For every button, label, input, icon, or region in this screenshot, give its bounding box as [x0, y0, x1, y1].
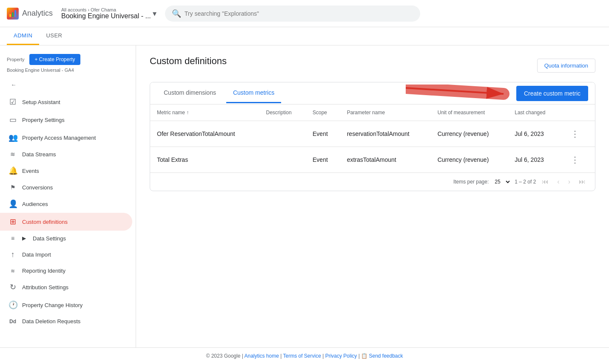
property-access-icon: 👥 — [9, 133, 17, 142]
pagination-prev-button[interactable]: ‹ — [555, 176, 562, 187]
expand-icon: ▶ — [22, 235, 26, 241]
red-arrow-annotation — [406, 85, 516, 103]
feedback-icon: 📋 — [361, 353, 367, 359]
main-area: Property + Create Property Booking Engin… — [0, 45, 609, 347]
back-icon: ← — [11, 82, 16, 88]
sidebar-item-audiences[interactable]: 👤 Audiences — [0, 195, 132, 213]
sidebar-item-label: Property Settings — [22, 117, 65, 123]
tab-custom-dimensions[interactable]: Custom dimensions — [157, 83, 223, 103]
col-header-unit-of-measurement: Unit of measurement — [431, 104, 508, 121]
sidebar-item-label: Attribution Settings — [22, 284, 68, 291]
data-streams-icon: ≋ — [9, 151, 17, 158]
cell-description — [259, 147, 306, 173]
sidebar-item-label: Reporting Identity — [22, 268, 65, 274]
sidebar-item-custom-definitions[interactable]: ⊞ Custom definitions — [0, 213, 132, 231]
sidebar-item-label: Data Streams — [22, 151, 56, 158]
cell-parameter-name: extrasTotalAmount — [340, 147, 431, 173]
table-tabs-row: Custom dimensions Custom metrics Create … — [150, 82, 595, 104]
setup-assistant-icon: ☑ — [9, 97, 17, 107]
send-feedback-link[interactable]: Send feedback — [369, 353, 403, 359]
col-header-scope: Scope — [306, 104, 340, 121]
terms-of-service-link[interactable]: Terms of Service — [283, 353, 321, 359]
privacy-policy-link[interactable]: Privacy Policy — [325, 353, 357, 359]
sidebar-item-data-streams[interactable]: ≋ Data Streams — [0, 147, 132, 162]
custom-definitions-icon: ⊞ — [9, 217, 17, 226]
search-input[interactable] — [185, 10, 413, 17]
data-settings-icon: ≡ — [9, 235, 17, 242]
sidebar-item-reporting-identity[interactable]: ≋ Reporting Identity — [0, 263, 132, 278]
quota-information-button[interactable]: Quota information — [537, 59, 595, 73]
analytics-logo-text: Analytics — [22, 9, 53, 18]
sidebar-item-events[interactable]: 🔔 Events — [0, 162, 132, 180]
sidebar-item-setup-assistant[interactable]: ☑ Setup Assistant — [0, 93, 132, 111]
pagination-next-button[interactable]: › — [566, 176, 573, 187]
data-deletion-icon: Dd — [9, 319, 17, 324]
analytics-home-link[interactable]: Analytics home — [245, 353, 279, 359]
sidebar-item-property-change-history[interactable]: 🕐 Property Change History — [0, 296, 132, 314]
property-dropdown-arrow[interactable]: ▾ — [153, 9, 157, 18]
history-icon: 🕐 — [9, 300, 17, 310]
analytics-logo-icon — [7, 8, 19, 20]
sidebar-item-label: Custom definitions — [22, 219, 68, 225]
cell-actions: ⋮ — [561, 147, 595, 173]
events-icon: 🔔 — [9, 166, 17, 175]
top-header: Analytics All accounts › Ofer Chama Book… — [0, 0, 609, 27]
page-title: Custom definitions — [150, 56, 227, 67]
search-icon: 🔍 — [172, 9, 181, 18]
pagination-first-button[interactable]: ⏮ — [539, 176, 551, 187]
create-property-button[interactable]: + Create Property — [29, 54, 80, 65]
reporting-identity-icon: ≋ — [9, 268, 17, 274]
content-area: Custom definitions Quota information Cus… — [136, 45, 609, 347]
sidebar-item-property-settings[interactable]: ▭ Property Settings — [0, 111, 132, 129]
admin-user-tabs: ADMIN USER — [0, 27, 609, 45]
pagination-last-button[interactable]: ⏭ — [576, 176, 588, 187]
sidebar-item-label: Property Access Management — [22, 135, 96, 141]
col-header-parameter-name: Parameter name — [340, 104, 431, 121]
items-per-page-select[interactable]: 25 50 100 — [492, 178, 511, 186]
col-header-last-changed: Last changed — [508, 104, 561, 121]
property-name: Booking Engine Universal - ... — [61, 12, 151, 20]
tab-user[interactable]: USER — [39, 27, 69, 45]
sidebar-item-data-import[interactable]: ↑ Data Import — [0, 246, 132, 263]
audiences-icon: 👤 — [9, 199, 17, 209]
tab-admin[interactable]: ADMIN — [7, 27, 39, 45]
sidebar-item-label: Conversions — [22, 184, 53, 191]
sidebar-item-data-settings[interactable]: ≡ ▶ Data Settings — [0, 231, 132, 246]
sidebar-item-data-deletion[interactable]: Dd Data Deletion Requests — [0, 314, 132, 329]
copyright-text: © 2023 Google — [206, 353, 240, 359]
cell-metric-name: Ofer ReservationTotalAmount — [150, 121, 259, 147]
breadcrumb: All accounts › Ofer Chama — [61, 7, 151, 12]
create-custom-metric-button[interactable]: Create custom metric — [516, 86, 588, 101]
sidebar-item-label: Property Change History — [22, 302, 83, 308]
cell-unit-of-measurement: Currency (revenue) — [431, 147, 508, 173]
cell-last-changed: Jul 6, 2023 — [508, 147, 561, 173]
sidebar-item-label: Data Settings — [33, 235, 66, 242]
sidebar-item-label: Setup Assistant — [22, 99, 60, 105]
sidebar-item-property-access[interactable]: 👥 Property Access Management — [0, 129, 132, 147]
cell-scope: Event — [306, 121, 340, 147]
title-row: Custom definitions Quota information — [150, 56, 595, 75]
analytics-logo: Analytics — [7, 8, 53, 20]
cell-scope: Event — [306, 147, 340, 173]
back-button[interactable]: ← — [7, 78, 20, 91]
table-row: Total Extras Event extrasTotalAmount Cur… — [150, 147, 595, 173]
sidebar-item-label: Data Import — [22, 251, 51, 258]
pagination-row: Items per page: 25 50 100 1 – 2 of 2 ⏮ ‹… — [150, 172, 595, 191]
tab-custom-metrics[interactable]: Custom metrics — [226, 83, 281, 103]
col-header-description: Description — [259, 104, 306, 121]
items-per-page-label: Items per page: — [453, 179, 489, 185]
col-header-metric-name[interactable]: Metric name ↑ — [150, 104, 259, 121]
row-more-button[interactable]: ⋮ — [567, 127, 583, 141]
property-settings-icon: ▭ — [9, 115, 17, 124]
cell-unit-of-measurement: Currency (revenue) — [431, 121, 508, 147]
sidebar-item-conversions[interactable]: ⚑ Conversions — [0, 180, 132, 195]
sidebar: Property + Create Property Booking Engin… — [0, 45, 136, 347]
search-bar[interactable]: 🔍 — [165, 6, 420, 22]
cell-last-changed: Jul 6, 2023 — [508, 121, 561, 147]
col-header-actions — [561, 104, 595, 121]
attribution-settings-icon: ↻ — [9, 282, 17, 292]
sidebar-item-attribution-settings[interactable]: ↻ Attribution Settings — [0, 278, 132, 296]
data-import-icon: ↑ — [9, 250, 17, 259]
property-subtitle: Booking Engine Universal - GA4 — [0, 67, 136, 76]
row-more-button[interactable]: ⋮ — [567, 153, 583, 166]
